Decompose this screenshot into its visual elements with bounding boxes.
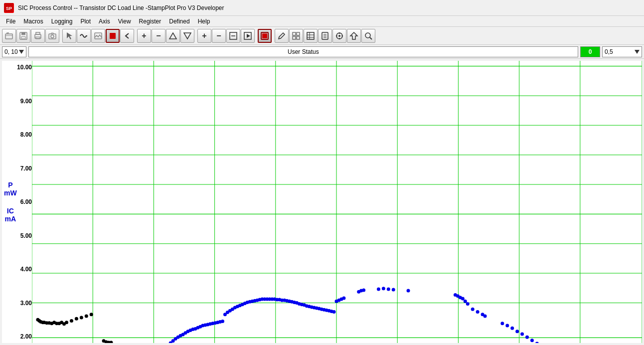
minus2-button[interactable]: − xyxy=(212,29,226,43)
y-label-9: 9.00 xyxy=(13,98,32,105)
svg-marker-18 xyxy=(247,34,250,38)
menu-bar: File Macros Logging Plot Axis View Regis… xyxy=(0,16,644,27)
svg-rect-21 xyxy=(293,32,296,35)
svg-rect-12 xyxy=(110,33,116,39)
open-button[interactable] xyxy=(2,29,16,43)
menu-file[interactable]: File xyxy=(2,17,19,26)
tri-down-button[interactable] xyxy=(180,29,194,43)
range-dropdown[interactable]: 0, 10 xyxy=(2,46,26,57)
zoom-out-button[interactable]: − xyxy=(152,29,165,43)
tri-up-button[interactable] xyxy=(166,29,180,43)
menu-logging[interactable]: Logging xyxy=(47,17,77,26)
image-button[interactable] xyxy=(91,29,105,43)
title-bar: SP SIC Process Control -- Transistor DC … xyxy=(0,0,644,16)
print-button[interactable] xyxy=(31,29,45,43)
back-button[interactable] xyxy=(120,29,134,43)
svg-line-41 xyxy=(370,37,372,39)
svg-rect-20 xyxy=(262,33,267,38)
status-bar: 0, 10 User Status 0 0,5 xyxy=(0,45,644,59)
svg-rect-25 xyxy=(307,32,314,39)
pen-button[interactable] xyxy=(275,29,289,43)
y-label-8: 8.00 xyxy=(13,131,32,138)
y-label-2: 2.00 xyxy=(13,333,32,340)
menu-macros[interactable]: Macros xyxy=(19,17,47,26)
window-title: SIC Process Control -- Transistor DC Loa… xyxy=(18,4,224,11)
svg-text:SP: SP xyxy=(6,6,12,11)
play-button[interactable] xyxy=(241,29,255,43)
register-button[interactable] xyxy=(318,29,332,43)
table-button[interactable] xyxy=(304,29,318,43)
menu-register[interactable]: Register xyxy=(135,17,165,26)
svg-marker-43 xyxy=(635,50,640,54)
nav-button[interactable] xyxy=(347,29,361,43)
svg-rect-4 xyxy=(21,32,25,35)
tools-button[interactable] xyxy=(332,29,346,43)
value-dropdown[interactable]: 0,5 xyxy=(602,46,642,57)
plus2-button[interactable]: + xyxy=(197,29,211,43)
cursor-button[interactable] xyxy=(62,29,76,43)
y-label-6: 6.00 xyxy=(13,198,32,205)
svg-rect-5 xyxy=(21,36,25,39)
svg-rect-22 xyxy=(297,32,300,35)
y-label-7: 7.00 xyxy=(13,165,32,172)
svg-point-40 xyxy=(365,33,370,38)
app-icon: SP xyxy=(4,3,14,13)
menu-axis[interactable]: Axis xyxy=(95,17,114,26)
y-axis-labels: 10.00 9.00 8.00 7.00 6.00 5.00 4.00 3.00… xyxy=(13,61,32,343)
y-label-4: 4.00 xyxy=(13,266,32,273)
wave-button[interactable] xyxy=(77,29,91,43)
menu-help[interactable]: Help xyxy=(194,17,214,26)
svg-rect-2 xyxy=(5,34,12,39)
y-label-10: 10.00 xyxy=(13,64,32,71)
svg-marker-39 xyxy=(350,32,357,39)
menu-view[interactable]: View xyxy=(114,17,135,26)
status-value: 0 xyxy=(580,46,600,57)
svg-rect-23 xyxy=(293,36,296,39)
svg-point-10 xyxy=(51,35,54,38)
svg-point-34 xyxy=(338,35,340,37)
plot-area: P mW IC mA 10.00 xyxy=(2,61,642,343)
menu-defined[interactable]: Defined xyxy=(165,17,193,26)
y-label-5: 5.00 xyxy=(13,232,32,239)
zoom-in-button[interactable]: + xyxy=(137,29,151,43)
svg-marker-13 xyxy=(169,33,176,39)
svg-marker-14 xyxy=(184,33,191,39)
menu-plot[interactable]: Plot xyxy=(76,17,95,26)
zoom-search-button[interactable] xyxy=(361,29,375,43)
stop-button[interactable] xyxy=(106,29,120,43)
svg-marker-42 xyxy=(19,50,24,54)
save-button[interactable] xyxy=(16,29,30,43)
user-status-label: User Status xyxy=(28,46,578,57)
data-points-canvas xyxy=(32,61,642,343)
sq-minus-button[interactable] xyxy=(226,29,240,43)
y-label-3: 3.00 xyxy=(13,300,32,307)
camera-button[interactable] xyxy=(45,29,59,43)
svg-rect-24 xyxy=(297,36,300,39)
svg-rect-7 xyxy=(36,32,40,34)
record-button[interactable] xyxy=(258,29,272,43)
toolbar: + − + − xyxy=(0,27,644,45)
grid-button[interactable] xyxy=(289,29,303,43)
